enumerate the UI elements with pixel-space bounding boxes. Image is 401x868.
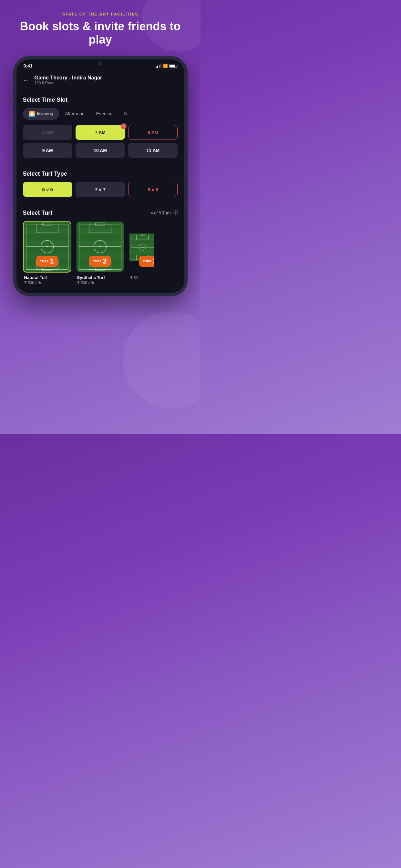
camera-dot [99, 62, 102, 65]
svg-rect-2 [24, 234, 71, 240]
time-slot-section: Select Time Slot 🌅 Morning Afternoon Eve… [17, 91, 184, 162]
main-title: Book slots & invite friends to play [10, 20, 191, 46]
turf-2-info: Synthetic Turf ₹ 500 / Hr [76, 273, 124, 286]
turf-type-7v7[interactable]: 7 v 7 [75, 182, 125, 197]
top-nav: ← Game Theory - Indira Nagar 100 ft Road [17, 70, 184, 89]
turf-count-wrap: 4 of 5 Turfs ⓘ [150, 210, 178, 216]
turf-1-name: Natural Turf [24, 275, 70, 280]
turf-type-5v5[interactable]: 5 v 5 [23, 182, 72, 197]
turf-type-grid: 5 v 5 7 v 7 9 v 9 [23, 182, 178, 197]
turf-2-image: TURF 2 [76, 221, 124, 273]
status-time: 9:41 [24, 63, 33, 68]
turf-2-price: ₹ 500 / Hr [77, 281, 123, 285]
tab-afternoon[interactable]: Afternoon [59, 108, 90, 120]
time-slot-title: Select Time Slot [23, 97, 178, 103]
svg-rect-16 [76, 247, 124, 253]
notch [80, 59, 121, 68]
turf-1-price: ₹ 500 / Hr [24, 281, 70, 285]
nav-info: Game Theory - Indira Nagar 100 ft Road [35, 75, 102, 85]
tab-afternoon-label: Afternoon [65, 111, 85, 116]
svg-rect-28 [129, 240, 155, 244]
svg-rect-15 [76, 234, 124, 240]
svg-rect-3 [24, 247, 71, 253]
status-icons: 📶 [156, 64, 177, 68]
divider-2 [17, 164, 184, 164]
phone-mockup: 9:41 📶 ← Game Theory - Indir [13, 56, 188, 296]
slot-8am[interactable]: 8 AM [128, 125, 178, 140]
slot-6am[interactable]: 6 AM [23, 125, 72, 140]
select-turf-header: Select Turf 4 of 5 Turfs ⓘ [23, 210, 178, 216]
tab-evening[interactable]: Evening [90, 108, 119, 120]
battery-icon [169, 64, 177, 68]
tab-evening-label: Evening [96, 111, 113, 116]
turf-card-1[interactable]: TURF 1 Natural Turf ₹ 500 / Hr [23, 221, 71, 286]
turf-count: 4 of 5 Turfs [150, 211, 172, 215]
divider-1 [17, 90, 184, 90]
turf-1-image: TURF 1 [23, 221, 71, 273]
status-bar: 9:41 📶 [17, 59, 184, 70]
time-slots-grid: 6 AM 7 AM 1 8 AM 9 AM 10 AM [23, 125, 178, 158]
tab-morning[interactable]: 🌅 Morning [23, 108, 59, 120]
wifi-icon: 📶 [163, 64, 168, 68]
turf-3-info: ₹ 50 [129, 273, 155, 282]
svg-rect-29 [129, 247, 155, 251]
turf-type-title: Select Turf Type [23, 170, 178, 177]
slot-10am[interactable]: 10 AM [75, 143, 125, 158]
back-button[interactable]: ← [23, 76, 30, 84]
slot-9am[interactable]: 9 AM [23, 143, 72, 158]
turf-type-section: Select Turf Type 5 v 5 7 v 7 9 v 9 [17, 165, 184, 202]
tab-night[interactable]: N [118, 108, 133, 120]
signal-icon [156, 64, 161, 68]
tab-morning-label: Morning [37, 111, 54, 116]
venue-address: 100 ft Road [35, 81, 102, 85]
turf-card-3[interactable]: TURF 3 ₹ 50 [129, 221, 155, 286]
svg-rect-14 [76, 221, 124, 228]
turf-card-2[interactable]: TURF 2 Synthetic Turf ₹ 500 / Hr [76, 221, 124, 286]
select-turf-section: Select Turf 4 of 5 Turfs ⓘ [17, 205, 184, 293]
venue-name: Game Theory - Indira Nagar [35, 75, 102, 81]
phone-content: ← Game Theory - Indira Nagar 100 ft Road… [17, 70, 184, 293]
turf-2-name: Synthetic Turf [77, 275, 123, 280]
turf-3-price: ₹ 50 [130, 276, 153, 280]
turf-1-info: Natural Turf ₹ 500 / Hr [23, 273, 71, 286]
info-icon[interactable]: ⓘ [174, 210, 178, 216]
page-wrapper: STATE OF THE ART FACILITIES Book slots &… [0, 0, 201, 296]
turf-2-badge: TURF 2 [89, 256, 111, 267]
sunrise-icon: 🌅 [29, 111, 35, 117]
subtitle-label: STATE OF THE ART FACILITIES [10, 11, 191, 17]
turf-type-9v9[interactable]: 9 v 9 [128, 182, 178, 197]
header-section: STATE OF THE ART FACILITIES Book slots &… [0, 11, 201, 56]
svg-rect-1 [24, 221, 71, 228]
slot-7am[interactable]: 7 AM 1 [75, 125, 125, 140]
turf-cards-row: TURF 1 Natural Turf ₹ 500 / Hr [23, 221, 178, 290]
slot-11am[interactable]: 11 AM [128, 143, 178, 158]
turf-3-badge: TURF 3 [139, 256, 155, 267]
bg-circle-bottom [123, 311, 201, 408]
turf-3-image: TURF 3 [129, 221, 155, 273]
slot-7am-badge: 1 [121, 123, 127, 129]
divider-3 [17, 203, 184, 203]
tab-night-label: N [124, 111, 127, 116]
svg-rect-27 [129, 234, 155, 237]
time-filter-tabs: 🌅 Morning Afternoon Evening N [23, 108, 178, 120]
turf-1-badge: TURF 1 [36, 256, 58, 267]
select-turf-title: Select Turf [23, 210, 53, 216]
